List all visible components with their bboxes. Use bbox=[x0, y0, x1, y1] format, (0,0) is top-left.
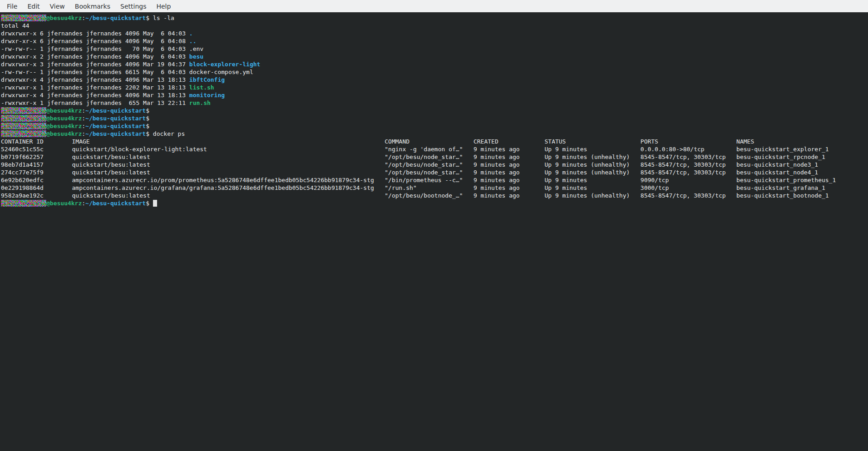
prompt-line: @besuu4krz:~/besu-quickstart$ ls -la bbox=[1, 15, 174, 21]
redacted-username bbox=[1, 123, 46, 129]
prompt-symbol: $ bbox=[146, 115, 149, 122]
docker-ps-row: 52460c51c55c quickstart/block-explorer-l… bbox=[1, 146, 829, 153]
prompt-host: @besuu4krz bbox=[46, 123, 82, 129]
command-text: ls -la bbox=[149, 15, 174, 21]
prompt-symbol: $ bbox=[146, 107, 149, 114]
terminal-window[interactable]: @besuu4krz:~/besu-quickstart$ ls -la tot… bbox=[0, 12, 868, 451]
ls-row: -rwxrwxr-x 1 jfernandes jfernandes 655 M… bbox=[1, 99, 211, 106]
ls-row-details: drwxr-xr-x 6 jfernandes jfernandes 4096 … bbox=[1, 38, 189, 45]
menu-bar: File Edit View Bookmarks Settings Help bbox=[0, 0, 868, 12]
ls-row-details: drwxrwxr-x 4 jfernandes jfernandes 4096 … bbox=[1, 92, 189, 99]
docker-ps-row: 0e229198864d ampcontainers.azurecr.io/gr… bbox=[1, 184, 825, 191]
docker-ps-header: CONTAINER ID IMAGE COMMAND CREATED STATU… bbox=[1, 138, 754, 145]
menu-item-bookmarks[interactable]: Bookmarks bbox=[70, 1, 115, 12]
ls-row-filename: . bbox=[189, 30, 193, 37]
menu-item-edit[interactable]: Edit bbox=[22, 1, 44, 12]
ls-row-filename: docker-compose.yml bbox=[189, 69, 253, 75]
prompt-symbol: $ bbox=[146, 15, 149, 21]
prompt-host: @besuu4krz bbox=[46, 200, 82, 207]
menu-item-file[interactable]: File bbox=[2, 1, 22, 12]
ls-row-filename: block-explorer-light bbox=[189, 61, 261, 68]
prompt-host: @besuu4krz bbox=[46, 107, 82, 114]
ls-row: -rw-rw-r-- 1 jfernandes jfernandes 6615 … bbox=[1, 69, 253, 75]
prompt-host: @besuu4krz bbox=[46, 115, 82, 122]
menu-item-view[interactable]: View bbox=[45, 1, 70, 12]
command-text: docker ps bbox=[149, 130, 185, 137]
redacted-username bbox=[1, 107, 46, 114]
prompt-separator: : bbox=[82, 123, 85, 129]
terminal-text bbox=[149, 200, 153, 207]
ls-row: drwxr-xr-x 6 jfernandes jfernandes 4096 … bbox=[1, 38, 196, 45]
prompt-separator: : bbox=[82, 130, 85, 137]
ls-row: -rw-rw-r-- 1 jfernandes jfernandes 70 Ma… bbox=[1, 45, 203, 52]
redacted-username bbox=[1, 115, 46, 122]
menu-item-settings[interactable]: Settings bbox=[115, 1, 151, 12]
terminal-cursor bbox=[153, 200, 157, 207]
ls-row-filename: run.sh bbox=[189, 99, 211, 106]
prompt-separator: : bbox=[82, 107, 85, 114]
redacted-username bbox=[1, 200, 46, 207]
redacted-username bbox=[1, 130, 46, 137]
prompt-line: @besuu4krz:~/besu-quickstart$ bbox=[1, 107, 149, 114]
ls-row-details: -rw-rw-r-- 1 jfernandes jfernandes 70 Ma… bbox=[1, 45, 189, 52]
ls-row-details: -rwxrwxr-x 1 jfernandes jfernandes 655 M… bbox=[1, 99, 189, 106]
prompt-path: ~/besu-quickstart bbox=[85, 115, 146, 122]
docker-ps-row: 6e92b620edfc ampcontainers.azurecr.io/pr… bbox=[1, 177, 836, 183]
prompt-separator: : bbox=[82, 200, 85, 207]
ls-row-filename: .env bbox=[189, 45, 203, 52]
ls-row-details: -rw-rw-r-- 1 jfernandes jfernandes 6615 … bbox=[1, 69, 189, 75]
ls-row-filename: besu bbox=[189, 53, 203, 60]
ls-row-details: -rwxrwxr-x 1 jfernandes jfernandes 2202 … bbox=[1, 84, 189, 91]
ls-row-details: drwxrwxr-x 2 jfernandes jfernandes 4096 … bbox=[1, 53, 189, 60]
prompt-symbol: $ bbox=[146, 130, 149, 137]
prompt-path: ~/besu-quickstart bbox=[85, 123, 146, 129]
ls-row: drwxrwxr-x 4 jfernandes jfernandes 4096 … bbox=[1, 92, 225, 99]
ls-total-line: total 44 bbox=[1, 22, 30, 29]
prompt-symbol: $ bbox=[146, 200, 149, 207]
prompt-path: ~/besu-quickstart bbox=[85, 130, 146, 137]
ls-row-details: drwxrwxr-x 3 jfernandes jfernandes 4096 … bbox=[1, 61, 189, 68]
ls-row-details: drwxrwxr-x 6 jfernandes jfernandes 4096 … bbox=[1, 30, 189, 37]
prompt-host: @besuu4krz bbox=[46, 15, 82, 21]
ls-row: drwxrwxr-x 3 jfernandes jfernandes 4096 … bbox=[1, 61, 260, 68]
prompt-separator: : bbox=[82, 115, 85, 122]
ls-row: drwxrwxr-x 4 jfernandes jfernandes 4096 … bbox=[1, 76, 225, 83]
prompt-line: @besuu4krz:~/besu-quickstart$ docker ps bbox=[1, 130, 185, 137]
ls-row: -rwxrwxr-x 1 jfernandes jfernandes 2202 … bbox=[1, 84, 214, 91]
prompt-path: ~/besu-quickstart bbox=[85, 107, 146, 114]
docker-ps-row: 274cc77e75f9 quickstart/besu:latest "/op… bbox=[1, 169, 818, 176]
ls-row-details: drwxrwxr-x 4 jfernandes jfernandes 4096 … bbox=[1, 76, 189, 83]
ls-row-filename: ibftConfig bbox=[189, 76, 225, 83]
prompt-path: ~/besu-quickstart bbox=[85, 15, 146, 21]
ls-row-filename: .. bbox=[189, 38, 197, 45]
prompt-line: @besuu4krz:~/besu-quickstart$ bbox=[1, 200, 157, 207]
docker-ps-row: 9582a9ae192c quickstart/besu:latest "/op… bbox=[1, 192, 829, 199]
ls-row-filename: list.sh bbox=[189, 84, 214, 91]
ls-row: drwxrwxr-x 6 jfernandes jfernandes 4096 … bbox=[1, 30, 193, 37]
prompt-separator: : bbox=[82, 15, 85, 21]
prompt-symbol: $ bbox=[146, 123, 149, 129]
prompt-line: @besuu4krz:~/besu-quickstart$ bbox=[1, 123, 149, 129]
prompt-host: @besuu4krz bbox=[46, 130, 82, 137]
ls-row: drwxrwxr-x 2 jfernandes jfernandes 4096 … bbox=[1, 53, 203, 60]
terminal-output: @besuu4krz:~/besu-quickstart$ ls -la tot… bbox=[0, 12, 868, 207]
redacted-username bbox=[1, 15, 46, 21]
ls-row-filename: monitoring bbox=[189, 92, 225, 99]
prompt-line: @besuu4krz:~/besu-quickstart$ bbox=[1, 115, 149, 122]
docker-ps-row: b0719f662257 quickstart/besu:latest "/op… bbox=[1, 154, 825, 160]
prompt-path: ~/besu-quickstart bbox=[85, 200, 146, 207]
docker-ps-row: 98eb7d1a4157 quickstart/besu:latest "/op… bbox=[1, 161, 818, 168]
menu-item-help[interactable]: Help bbox=[151, 1, 176, 12]
